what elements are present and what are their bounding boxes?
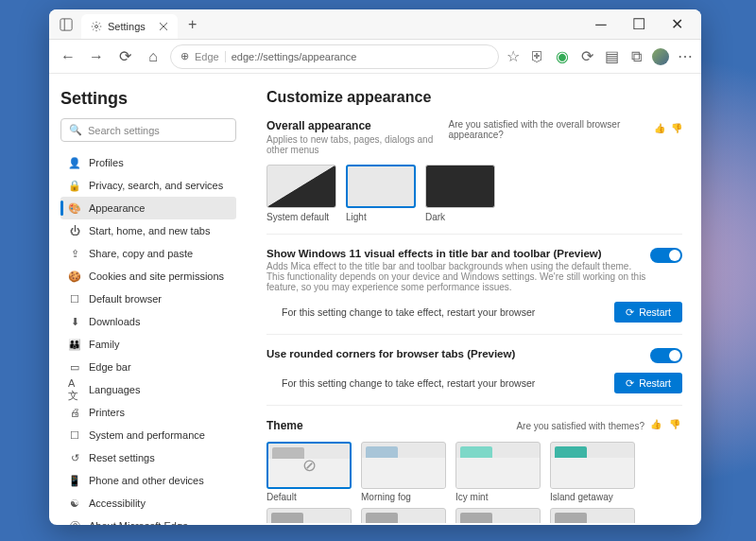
setting-title: Use rounded corners for browser tabs (Pr… xyxy=(266,348,650,359)
download-icon: ⬇ xyxy=(68,315,81,328)
sidebar-item-start-home-and-new-tabs[interactable]: ⏻Start, home, and new tabs xyxy=(60,219,236,242)
sidebar-item-privacy-search-and-services[interactable]: 🔒Privacy, search, and services xyxy=(60,174,236,197)
vertical-tabs-button[interactable] xyxy=(55,13,77,36)
edgebar-icon: ▭ xyxy=(68,360,81,374)
new-tab-button[interactable]: + xyxy=(181,13,204,36)
sidebar-item-cookies-and-site-permissions[interactable]: 🍪Cookies and site permissions xyxy=(60,265,236,288)
option-label: System default xyxy=(266,212,336,222)
lock-icon: 🔒 xyxy=(68,179,81,192)
favorites-icon[interactable]: ☆ xyxy=(505,48,522,65)
sidebar-item-downloads[interactable]: ⬇Downloads xyxy=(60,310,236,333)
sidebar-item-languages[interactable]: A文Languages xyxy=(60,378,236,401)
sidebar-item-reset-settings[interactable]: ↺Reset settings xyxy=(60,446,236,469)
appearance-option-dark[interactable]: Dark xyxy=(425,165,495,222)
profile-icon: 👤 xyxy=(68,156,81,169)
appearance-option-sysdefault[interactable]: System default xyxy=(266,165,336,222)
sync-icon[interactable]: ⟳ xyxy=(578,48,595,65)
reset-icon: ↺ xyxy=(68,451,81,464)
theme-icy-mint[interactable]: Icy mint xyxy=(455,442,541,502)
tab-settings[interactable]: Settings xyxy=(81,14,178,39)
setting-title: Show Windows 11 visual effects in title … xyxy=(266,248,650,259)
sidebar-item-accessibility[interactable]: ☯Accessibility xyxy=(60,492,236,515)
sidebar-title: Settings xyxy=(60,89,236,109)
section-desc: Applies to new tabs, pages, dialogs and … xyxy=(266,134,448,155)
sidebar-item-appearance[interactable]: 🎨Appearance xyxy=(60,197,236,219)
tab-title: Settings xyxy=(108,21,146,32)
sidebar-item-label: Profiles xyxy=(89,157,124,168)
thumbs-up-icon[interactable]: 👍 xyxy=(654,123,665,136)
share-icon: ⇪ xyxy=(68,247,81,260)
sidebar-item-about-microsoft-edge[interactable]: ⓔAbout Microsoft Edge xyxy=(60,515,236,525)
sidebar-item-printers[interactable]: 🖨Printers xyxy=(60,401,236,424)
sidebar-item-label: System and performance xyxy=(89,429,205,441)
theme-more-1[interactable] xyxy=(361,508,446,523)
theme-default[interactable]: Default xyxy=(266,442,352,502)
sidebar-item-label: Family xyxy=(89,339,119,350)
sidebar-item-label: Printers xyxy=(89,407,125,418)
rounded-corners-toggle[interactable] xyxy=(650,348,682,363)
sidebar-item-family[interactable]: 👪Family xyxy=(60,333,236,356)
feedback-prompt: Are you satisfied with themes? 👍 👎 xyxy=(516,419,682,432)
browser-icon: ☐ xyxy=(68,292,81,305)
sidebar-item-phone-and-other-devices[interactable]: 📱Phone and other devices xyxy=(60,469,236,492)
menu-button[interactable]: ⋯ xyxy=(677,48,694,65)
maximize-button[interactable]: ☐ xyxy=(620,9,658,40)
sidebar-item-share-copy-and-paste[interactable]: ⇪Share, copy and paste xyxy=(60,242,236,265)
section-overall: Overall appearance Applies to new tabs, … xyxy=(266,119,682,235)
theme-more-3[interactable] xyxy=(550,508,635,523)
sidebar-item-label: Downloads xyxy=(89,316,140,327)
sidebar-item-label: Phone and other devices xyxy=(89,475,204,486)
home-button[interactable]: ⌂ xyxy=(142,45,164,68)
sidebar-item-label: Cookies and site permissions xyxy=(89,270,224,282)
sidebar-item-label: Edge bar xyxy=(89,361,131,373)
restart-button[interactable]: ⟳Restart xyxy=(614,373,682,393)
section-theme: Theme Are you satisfied with themes? 👍 👎… xyxy=(266,419,682,523)
thumbs-up-icon[interactable]: 👍 xyxy=(650,419,663,432)
gear-icon xyxy=(91,21,102,32)
forward-button[interactable]: → xyxy=(85,45,108,68)
sidebar-item-edge-bar[interactable]: ▭Edge bar xyxy=(60,356,236,378)
sidebar-item-system-and-performance[interactable]: ☐System and performance xyxy=(60,424,236,446)
minimize-button[interactable]: ─ xyxy=(582,9,620,40)
shield-icon[interactable]: ⛨ xyxy=(529,48,546,65)
sidebar-item-label: Default browser xyxy=(89,293,162,305)
close-window-button[interactable]: ✕ xyxy=(658,9,696,40)
theme-more-2[interactable] xyxy=(455,508,541,523)
visual-effects-toggle[interactable] xyxy=(650,248,682,263)
close-icon[interactable] xyxy=(159,22,168,31)
restart-button[interactable]: ⟳Restart xyxy=(614,302,682,323)
titlebar: Settings + ─ ☐ ✕ xyxy=(49,9,701,40)
theme-island-getaway[interactable]: Island getaway xyxy=(550,442,635,502)
sidebar-item-profiles[interactable]: 👤Profiles xyxy=(60,151,236,174)
sidebar: Settings 🔍 Search settings 👤Profiles🔒Pri… xyxy=(49,74,248,525)
power-icon: ⏻ xyxy=(68,224,81,237)
appearance-icon: 🎨 xyxy=(68,201,81,215)
avatar[interactable] xyxy=(652,48,669,65)
section-title: Theme xyxy=(266,419,303,432)
sidebar-item-label: Privacy, search, and services xyxy=(89,180,223,191)
theme-morning-fog[interactable]: Morning fog xyxy=(361,442,446,502)
main-content: Customize appearance Overall appearance … xyxy=(248,74,701,523)
thumbs-down-icon[interactable]: 👎 xyxy=(669,419,682,432)
search-input[interactable]: 🔍 Search settings xyxy=(60,118,236,142)
sidebar-item-label: About Microsoft Edge xyxy=(89,520,188,525)
option-label: Light xyxy=(346,212,416,222)
collections-icon[interactable]: ⧉ xyxy=(627,48,644,65)
restart-text: For this setting change to take effect, … xyxy=(282,377,535,389)
back-button[interactable]: ← xyxy=(57,45,79,68)
url-input[interactable]: ⊕ Edge edge://settings/appearance xyxy=(170,44,499,69)
extension-icon[interactable]: ◉ xyxy=(554,48,571,65)
appearance-option-light[interactable]: Light xyxy=(346,165,416,222)
thumbs-down-icon[interactable]: 👎 xyxy=(671,123,682,136)
section-title: Overall appearance xyxy=(266,119,448,132)
theme-label: Island getaway xyxy=(550,492,635,502)
favorites-bar-icon[interactable]: ▤ xyxy=(603,48,620,65)
site-identity: Edge xyxy=(195,51,226,62)
refresh-icon: ⟳ xyxy=(626,377,634,389)
theme-more-0[interactable] xyxy=(266,508,352,523)
option-label: Dark xyxy=(425,212,495,222)
family-icon: 👪 xyxy=(68,338,81,351)
refresh-button[interactable]: ⟳ xyxy=(113,45,136,68)
sidebar-item-label: Accessibility xyxy=(89,497,146,509)
sidebar-item-default-browser[interactable]: ☐Default browser xyxy=(60,288,236,310)
